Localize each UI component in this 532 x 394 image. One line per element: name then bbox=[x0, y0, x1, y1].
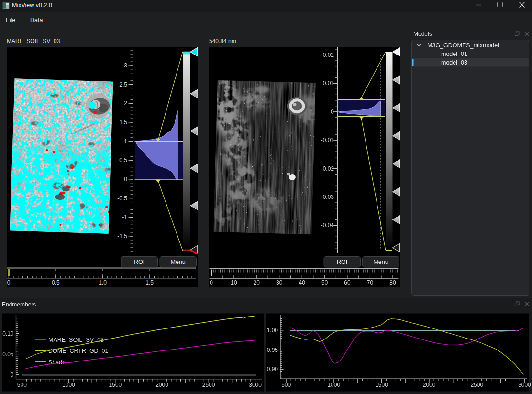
svg-text:File: File bbox=[6, 17, 15, 23]
svg-text:1500: 1500 bbox=[375, 382, 388, 388]
svg-text:3000: 3000 bbox=[518, 382, 531, 388]
svg-text:1.5: 1.5 bbox=[119, 119, 127, 126]
svg-text:2000: 2000 bbox=[155, 382, 168, 388]
svg-text:2: 2 bbox=[124, 100, 127, 107]
svg-text:540.84 nm: 540.84 nm bbox=[209, 38, 236, 44]
svg-text:0.5: 0.5 bbox=[119, 157, 127, 164]
svg-text:Models: Models bbox=[413, 31, 432, 37]
svg-text:0.05: 0.05 bbox=[2, 351, 14, 358]
svg-text:60: 60 bbox=[344, 279, 351, 286]
svg-text:1.00: 1.00 bbox=[267, 327, 278, 334]
svg-text:80: 80 bbox=[389, 279, 396, 286]
svg-text:500: 500 bbox=[17, 382, 27, 388]
svg-text:-0.02: -0.02 bbox=[321, 165, 334, 172]
svg-text:1000: 1000 bbox=[327, 382, 340, 388]
svg-text:0.90: 0.90 bbox=[267, 366, 278, 372]
svg-text:MARE_SOIL_SV_03: MARE_SOIL_SV_03 bbox=[7, 38, 60, 44]
svg-text:Endmembers: Endmembers bbox=[2, 301, 36, 308]
svg-text:MixView v0.2.0: MixView v0.2.0 bbox=[12, 2, 52, 9]
svg-text:0: 0 bbox=[124, 176, 127, 183]
svg-text:Data: Data bbox=[30, 17, 43, 23]
svg-text:0: 0 bbox=[210, 279, 213, 286]
svg-text:1000: 1000 bbox=[62, 382, 75, 388]
svg-text:0.95: 0.95 bbox=[267, 347, 278, 353]
svg-text:model_01: model_01 bbox=[441, 51, 467, 57]
svg-text:0: 0 bbox=[7, 279, 11, 286]
svg-text:3: 3 bbox=[124, 62, 127, 69]
svg-text:Menu: Menu bbox=[373, 259, 388, 265]
svg-text:0.5: 0.5 bbox=[52, 279, 60, 286]
svg-text:-1: -1 bbox=[122, 214, 127, 220]
svg-text:20: 20 bbox=[254, 279, 260, 286]
svg-text:MARE_SOIL_SV_03: MARE_SOIL_SV_03 bbox=[48, 337, 104, 343]
svg-text:model_03: model_03 bbox=[441, 59, 467, 66]
svg-text:10: 10 bbox=[231, 279, 237, 286]
svg-text:-0.5: -0.5 bbox=[117, 195, 127, 202]
svg-text:0.01: 0.01 bbox=[323, 80, 334, 87]
svg-text:-0.01: -0.01 bbox=[321, 137, 334, 143]
svg-text:2000: 2000 bbox=[423, 382, 436, 388]
svg-text:0: 0 bbox=[11, 372, 14, 378]
svg-text:50: 50 bbox=[321, 279, 328, 286]
svg-text:1500: 1500 bbox=[109, 382, 122, 388]
svg-text:-0.03: -0.03 bbox=[321, 194, 334, 200]
svg-text:1.5: 1.5 bbox=[145, 279, 154, 286]
svg-text:ROI: ROI bbox=[134, 259, 144, 265]
svg-text:1.0: 1.0 bbox=[99, 279, 107, 286]
svg-text:2500: 2500 bbox=[202, 382, 215, 388]
svg-text:0: 0 bbox=[331, 109, 334, 115]
svg-text:0.02: 0.02 bbox=[323, 52, 334, 58]
svg-text:40: 40 bbox=[299, 279, 306, 286]
svg-text:M3G_GDOMES_mixmodel: M3G_GDOMES_mixmodel bbox=[427, 42, 499, 49]
svg-text:30: 30 bbox=[276, 279, 283, 286]
svg-text:Shade: Shade bbox=[48, 359, 66, 366]
svg-text:-0.04: -0.04 bbox=[321, 222, 334, 229]
svg-text:2.5: 2.5 bbox=[119, 81, 127, 88]
svg-text:1: 1 bbox=[124, 138, 127, 145]
svg-text:Menu: Menu bbox=[171, 259, 186, 265]
svg-text:-1.5: -1.5 bbox=[117, 233, 127, 240]
svg-text:2500: 2500 bbox=[470, 382, 483, 388]
svg-text:500: 500 bbox=[281, 382, 291, 388]
svg-text:70: 70 bbox=[367, 279, 374, 286]
svg-text:0.10: 0.10 bbox=[2, 330, 14, 337]
svg-text:ROI: ROI bbox=[337, 259, 347, 265]
svg-text:3000: 3000 bbox=[249, 382, 262, 388]
